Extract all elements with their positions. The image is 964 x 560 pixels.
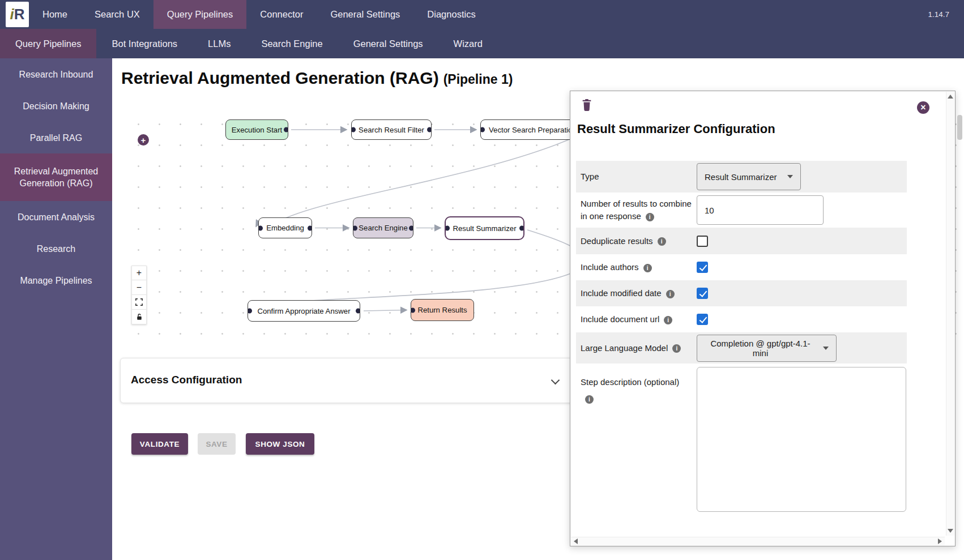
sidebar-item-manage-pipelines[interactable]: Manage Pipelines xyxy=(0,264,112,296)
include-authors-checkbox[interactable] xyxy=(697,262,708,273)
include-modified-date-checkbox[interactable] xyxy=(697,288,708,299)
page-title-text: Retrieval Augmented Generation (RAG) xyxy=(121,69,439,87)
llm-select[interactable]: Completion @ gpt/gpt-4.1-mini xyxy=(697,335,837,362)
scroll-down-icon[interactable] xyxy=(948,529,953,533)
include-document-url-label: Include document urli xyxy=(581,313,697,326)
canvas-controls: + − xyxy=(131,266,147,324)
node-port[interactable] xyxy=(351,127,356,132)
subnav-query-pipelines[interactable]: Query Pipelines xyxy=(0,29,96,58)
node-execution-start[interactable]: Execution Start xyxy=(225,119,288,140)
node-confirm-appropriate-answer[interactable]: Confirm Appropriate Answer xyxy=(248,300,360,322)
node-label: Vector Search Preparation xyxy=(489,126,577,134)
info-icon[interactable]: i xyxy=(643,264,652,272)
zoom-out-button[interactable]: − xyxy=(131,280,147,295)
page-scrollbar-thumb[interactable] xyxy=(957,115,962,140)
nav-home[interactable]: Home xyxy=(29,0,81,29)
info-icon[interactable]: i xyxy=(664,316,672,324)
node-port[interactable] xyxy=(411,307,415,313)
fit-view-button[interactable] xyxy=(131,295,147,310)
app-version: 1.14.7 xyxy=(928,0,964,29)
sidebar-item-research[interactable]: Research xyxy=(0,233,112,264)
node-search-engine[interactable]: Search Engine xyxy=(353,217,413,238)
node-search-result-filter[interactable]: Search Result Filter xyxy=(351,119,432,140)
show-json-button[interactable]: SHOW JSON xyxy=(246,433,314,455)
node-port[interactable] xyxy=(519,226,524,231)
node-label: Execution Start xyxy=(232,126,282,134)
app-logo-icon[interactable]: iR xyxy=(6,2,29,27)
logo-letter-i: i xyxy=(10,6,14,23)
sidebar-item-document-analysis[interactable]: Document Analysis xyxy=(0,201,112,233)
minus-icon: − xyxy=(137,283,142,293)
config-panel-title: Result Summarizer Configuration xyxy=(577,122,775,136)
include-document-url-checkbox[interactable] xyxy=(697,314,708,325)
trash-icon xyxy=(581,98,593,112)
nav-connector[interactable]: Connector xyxy=(246,0,317,29)
subnav-wizard[interactable]: Wizard xyxy=(438,29,498,58)
panel-vertical-scrollbar[interactable] xyxy=(946,92,954,536)
deduplicate-checkbox[interactable] xyxy=(697,236,708,247)
caret-down-icon xyxy=(823,347,829,350)
sidebar-item-decision-making[interactable]: Decision Making xyxy=(0,90,112,122)
validate-button[interactable]: VALIDATE xyxy=(131,433,188,455)
node-vector-search-preparation[interactable]: Vector Search Preparation xyxy=(480,119,577,140)
node-port[interactable] xyxy=(445,226,450,231)
subnav-bot-integrations[interactable]: Bot Integrations xyxy=(96,29,193,58)
info-icon[interactable]: i xyxy=(666,290,675,298)
form-row-type: Type Result Summarizer xyxy=(576,161,907,193)
step-description-textarea[interactable] xyxy=(697,367,906,512)
form-row-include-modified-date: Include modified datei xyxy=(576,280,907,306)
node-result-summarizer[interactable]: Result Summarizer xyxy=(445,216,524,240)
step-description-label: Step description (optional)i xyxy=(581,364,697,404)
logo-letter-r: R xyxy=(14,6,25,23)
panel-horizontal-scrollbar[interactable] xyxy=(571,537,945,545)
num-results-input[interactable] xyxy=(697,195,824,225)
type-select[interactable]: Result Summarizer xyxy=(697,163,801,190)
info-icon[interactable]: i xyxy=(585,395,594,404)
scroll-up-icon[interactable] xyxy=(948,95,953,99)
node-port[interactable] xyxy=(353,225,357,230)
node-port[interactable] xyxy=(284,127,288,132)
sidebar-item-research-inbound[interactable]: Research Inbound xyxy=(0,58,112,90)
type-label: Type xyxy=(581,170,697,183)
node-port[interactable] xyxy=(258,225,263,230)
nav-diagnostics[interactable]: Diagnostics xyxy=(413,0,489,29)
form-row-num-results: Number of results to combine in one resp… xyxy=(576,193,907,228)
node-port[interactable] xyxy=(409,225,413,230)
lock-button[interactable] xyxy=(131,310,147,324)
pipeline-sidebar: Research Inbound Decision Making Paralle… xyxy=(0,58,112,560)
node-port[interactable] xyxy=(427,127,432,132)
form-row-step-description: Step description (optional)i xyxy=(576,364,907,529)
node-embedding[interactable]: Embedding xyxy=(258,217,312,238)
node-port[interactable] xyxy=(248,309,252,314)
node-port[interactable] xyxy=(480,127,485,132)
node-port[interactable] xyxy=(308,225,312,230)
close-panel-button[interactable]: × xyxy=(917,101,929,114)
node-return-results[interactable]: Return Results xyxy=(411,299,474,321)
delete-step-button[interactable] xyxy=(581,98,595,114)
llm-select-value: Completion @ gpt/gpt-4.1-mini xyxy=(705,339,816,358)
subnav-search-engine[interactable]: Search Engine xyxy=(246,29,338,58)
include-authors-label: Include authorsi xyxy=(581,261,697,273)
scroll-right-icon[interactable] xyxy=(938,538,942,544)
info-icon[interactable]: i xyxy=(658,237,666,246)
add-step-button[interactable]: + xyxy=(138,134,149,146)
info-icon[interactable]: i xyxy=(672,344,681,353)
sidebar-item-parallel-rag[interactable]: Parallel RAG xyxy=(0,122,112,153)
subnav-general-settings[interactable]: General Settings xyxy=(338,29,438,58)
num-results-label: Number of results to combine in one resp… xyxy=(581,198,697,223)
config-form: Type Result Summarizer Number of results… xyxy=(576,161,907,529)
node-label: Search Engine xyxy=(359,224,408,232)
scroll-left-icon[interactable] xyxy=(574,538,578,544)
node-label: Embedding xyxy=(266,224,304,232)
info-icon[interactable]: i xyxy=(646,213,654,221)
nav-search-ux[interactable]: Search UX xyxy=(81,0,153,29)
zoom-in-button[interactable]: + xyxy=(131,266,147,280)
node-port[interactable] xyxy=(356,309,360,314)
nav-query-pipelines[interactable]: Query Pipelines xyxy=(153,0,246,29)
sidebar-item-rag[interactable]: Retrieval Augmented Generation (RAG) xyxy=(0,153,112,201)
chevron-down-icon[interactable] xyxy=(551,376,560,385)
subnav-llms[interactable]: LLMs xyxy=(193,29,246,58)
save-button[interactable]: SAVE xyxy=(198,433,236,455)
nav-general-settings[interactable]: General Settings xyxy=(317,0,413,29)
fit-view-icon xyxy=(135,298,143,306)
